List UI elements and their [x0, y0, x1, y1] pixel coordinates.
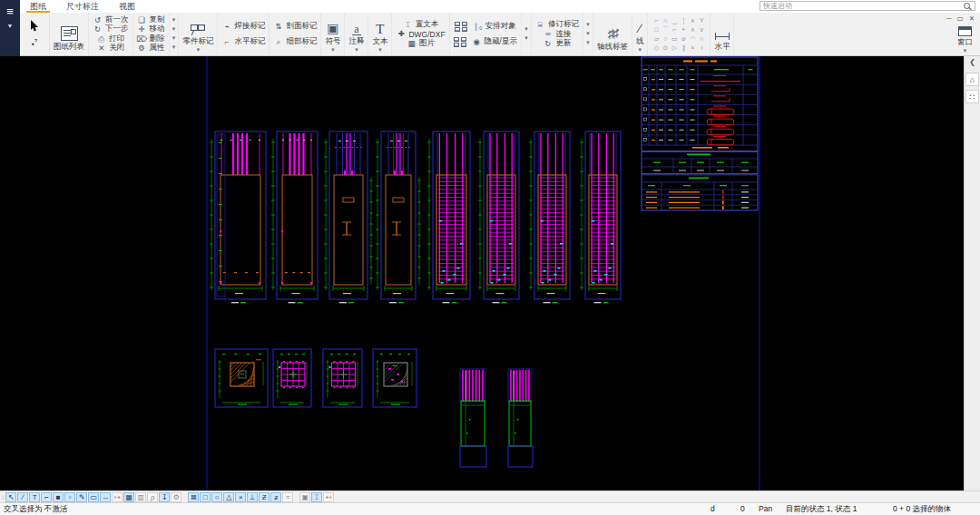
sketch-tool-icon[interactable]: ∥ — [679, 44, 688, 53]
sketch-tool-grid[interactable]: ⌐∩‿¦∧Y□⌒⌐+∧∨▱○▭⌀◠∩◇⊙▷∥×≀ — [652, 16, 706, 53]
chevron-down-icon[interactable]: ▼ — [377, 48, 383, 53]
sketch-tool-icon[interactable]: ◇ — [652, 44, 661, 53]
tab-view[interactable]: 视图 — [109, 0, 145, 13]
snap-ibeam-icon[interactable]: ⌶ — [311, 492, 322, 502]
sketch-tool-icon[interactable]: × — [688, 44, 697, 53]
chevron-down-icon[interactable]: ▼ — [172, 36, 177, 41]
sketch-tool-icon[interactable]: □ — [652, 25, 661, 34]
sketch-tool-icon[interactable]: ◠ — [688, 34, 697, 44]
select-arrow-icon[interactable]: ↖ — [5, 492, 16, 502]
cursor-arrow-icon[interactable] — [30, 20, 39, 32]
place-text-button[interactable]: ⌶置文本 — [403, 20, 439, 30]
annotation-button[interactable]: a 注释 ▼ — [348, 14, 364, 54]
quick-launch-input[interactable]: 快速启动 — [760, 1, 975, 11]
snap-intersection-icon[interactable]: × — [235, 492, 246, 502]
snap-shorten-icon[interactable]: ↦ — [112, 492, 122, 502]
sketch-tool-icon[interactable]: ≀ — [697, 44, 706, 53]
snap-triangle-icon[interactable]: △ — [223, 492, 234, 502]
snap-pin-icon[interactable]: ↧ — [159, 492, 170, 502]
picture-button[interactable]: ▦图片 — [407, 39, 435, 49]
chevron-down-icon[interactable]: ▼ — [330, 48, 336, 53]
restore-icon[interactable]: ▭ — [957, 15, 964, 23]
inquire-icon[interactable]: ▪? — [32, 38, 37, 48]
hide-show-button[interactable]: ◉ 隐藏/显示 — [454, 34, 517, 50]
chevron-down-icon[interactable]: ▼ — [524, 36, 529, 41]
snap-endpoint-icon[interactable]: ⊠ — [188, 492, 199, 502]
chevron-down-icon[interactable]: ▼ — [195, 48, 201, 53]
tab-drawing[interactable]: 图纸 — [20, 0, 56, 13]
chevron-down-icon[interactable]: ▼ — [354, 48, 359, 53]
snap-circle-icon[interactable]: ○ — [211, 492, 222, 502]
minimize-icon[interactable]: ─ — [946, 15, 951, 23]
snap-text-icon[interactable]: T — [29, 492, 40, 502]
sketch-tool-icon[interactable]: ∨ — [697, 25, 706, 34]
line-button[interactable]: ∕ 线 ▼ — [636, 14, 644, 54]
drawing-list-button[interactable]: 图纸列表 — [54, 14, 84, 54]
sketch-tool-icon[interactable]: ∧ — [688, 16, 697, 25]
grid-label-button[interactable]: ♯♯°° 轴线标签 — [597, 14, 628, 54]
snap-node-icon[interactable]: ▫ — [64, 492, 75, 502]
snap-wave-icon[interactable]: ≈ — [282, 492, 293, 502]
symbol-button[interactable]: ▣ 符号 ▼ — [325, 14, 340, 54]
chevron-down-icon[interactable]: ▼ — [585, 32, 591, 36]
sketch-tool-icon[interactable]: ∩ — [697, 34, 706, 44]
snap-z1-icon[interactable]: Ƶ — [259, 492, 270, 502]
chevron-down-icon[interactable]: ▼ — [637, 48, 642, 53]
tab-dimension[interactable]: 尺寸标注 — [56, 0, 109, 13]
close-icon[interactable]: ✕ — [969, 15, 975, 23]
sketch-tool-icon[interactable]: ¦ — [679, 16, 688, 25]
applications-icon[interactable]: ∷ — [965, 90, 979, 103]
snap-line-icon[interactable]: ∕ — [17, 492, 28, 502]
drawing-canvas[interactable] — [0, 56, 964, 491]
chevron-down-icon[interactable]: ▼ — [172, 45, 177, 50]
snap-rho-icon[interactable]: ρ — [147, 492, 158, 502]
snap-return-icon[interactable]: ↤ — [323, 492, 334, 502]
weld-mark-button[interactable]: ⌁焊接标记 — [221, 19, 265, 34]
arrange-objects-button[interactable]: ❘₀ 安排对象 — [455, 19, 516, 34]
sketch-tool-icon[interactable]: ○ — [661, 34, 670, 44]
properties-button[interactable]: ⚙属性 — [137, 44, 165, 53]
snap-gear-icon[interactable]: ⚙ — [171, 492, 181, 502]
sketch-tool-icon[interactable]: ∧ — [688, 25, 697, 34]
level-mark-button[interactable]: ⌐水平标记 — [221, 34, 265, 50]
sketch-tool-icon[interactable]: ▷ — [670, 44, 679, 53]
snap-grid-alt-icon[interactable]: ▥ — [135, 492, 146, 502]
sketch-tool-icon[interactable]: ▭ — [670, 34, 679, 44]
sketch-tool-icon[interactable]: + — [679, 25, 688, 34]
snap-rect-icon[interactable]: □ — [200, 492, 211, 502]
sketch-tool-icon[interactable]: ⌀ — [679, 34, 688, 44]
text-button[interactable]: T 文本 ▼ — [372, 14, 387, 54]
sketch-tool-icon[interactable]: ∩ — [661, 16, 670, 25]
part-mark-button[interactable]: 零件标记 ▼ — [182, 14, 213, 54]
snap-z2-icon[interactable]: ƶ — [270, 492, 281, 502]
chevron-down-icon[interactable]: ▼ — [172, 18, 177, 23]
snap-pick-icon[interactable]: ✎ — [76, 492, 87, 502]
chevron-down-icon[interactable]: ▼ — [524, 27, 529, 32]
update-button[interactable]: ↻更新 — [543, 39, 571, 49]
panel-expand-chevron-icon[interactable]: ❮ — [969, 58, 975, 69]
horizontal-dimension-button[interactable]: 水平 — [714, 14, 730, 54]
close-button[interactable]: ✕关闭 — [96, 44, 124, 53]
drawing-sheet[interactable] — [0, 56, 964, 491]
sketch-tool-icon[interactable]: ‿ — [670, 16, 679, 25]
sketch-tool-icon[interactable]: Y — [697, 16, 706, 25]
app-menu-button[interactable]: ≡ ▼ — [0, 0, 20, 56]
chevron-down-icon[interactable]: ▼ — [963, 49, 968, 53]
snap-area-icon[interactable]: ▭ — [88, 492, 99, 502]
sketch-tool-icon[interactable]: ▱ — [652, 34, 661, 44]
detail-mark-button[interactable]: ⌕细部标记 — [273, 34, 317, 50]
chevron-down-icon[interactable]: ▼ — [585, 41, 591, 45]
snap-level-icon[interactable]: ⌐ — [41, 492, 52, 502]
chevron-down-icon[interactable]: ▼ — [172, 27, 177, 32]
sketch-tool-icon[interactable]: ⊙ — [661, 44, 670, 53]
snap-extend-icon[interactable]: ↔ — [100, 492, 111, 502]
warehouse-icon[interactable]: ⌂ — [965, 73, 979, 86]
sketch-tool-icon[interactable]: ⌐ — [670, 25, 679, 34]
snap-point-icon[interactable]: ■ — [53, 492, 64, 502]
snap-solid-icon[interactable]: ▣ — [299, 492, 310, 502]
toolbar-grip[interactable]: ⁞ — [2, 493, 4, 501]
sketch-tool-icon[interactable]: ⌒ — [661, 25, 670, 34]
chevron-down-icon[interactable]: ▼ — [585, 23, 591, 27]
snap-grid-icon[interactable]: ▦ — [123, 492, 134, 502]
snap-perpendicular-icon[interactable]: ⊥ — [247, 492, 258, 502]
